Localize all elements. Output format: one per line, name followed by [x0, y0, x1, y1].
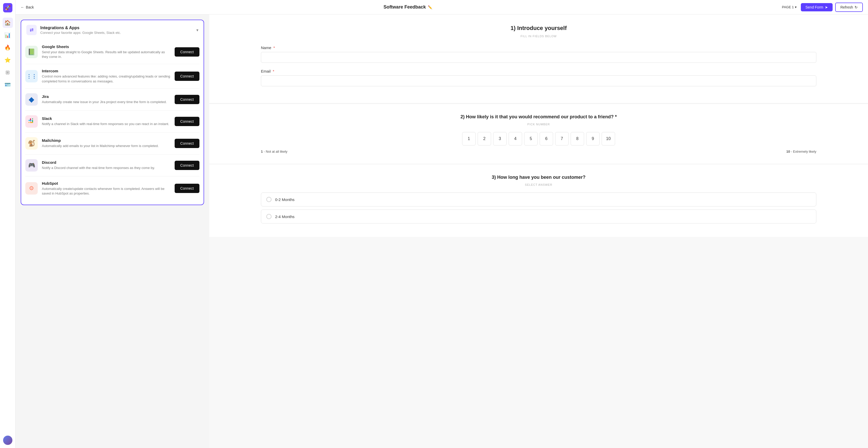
- nps-btn-8[interactable]: 8: [571, 132, 584, 146]
- intercom-logo: ⋮⋮: [25, 70, 38, 82]
- back-label: Back: [26, 5, 34, 9]
- nps-required-marker: *: [615, 114, 617, 119]
- slack-connect-button[interactable]: Connect: [175, 117, 199, 126]
- page-title: Software Feedback: [383, 4, 426, 10]
- slack-desc: Notify a channel in Slack with real-time…: [42, 122, 170, 126]
- integrations-card: ⇄ Integrations & Apps Connect your favor…: [21, 20, 204, 205]
- intercom-name: Intercom: [42, 69, 170, 73]
- nps-btn-10[interactable]: 10: [602, 132, 615, 146]
- intercom-info: Intercom Control more advanced features …: [42, 69, 170, 84]
- send-icon: ➤: [825, 5, 828, 9]
- nps-low-num: 1: [261, 150, 263, 153]
- hubspot-desc: Automatically create/update contacts whe…: [42, 186, 170, 196]
- nps-title-text: 2) How likely is it that you would recom…: [460, 114, 614, 119]
- integration-item-hubspot: ⚙ HubSpot Automatically create/update co…: [25, 176, 199, 201]
- duration-option-2-label: 2-4 Months: [275, 214, 294, 219]
- nps-btn-6[interactable]: 6: [540, 132, 553, 146]
- nps-labels: 1 - Not at all likely 10 - Extremely lik…: [261, 150, 816, 153]
- email-label-text: Email: [261, 69, 271, 73]
- google-sheets-desc: Send your data straight to Google Sheets…: [42, 50, 170, 59]
- back-button[interactable]: ← Back: [21, 5, 34, 9]
- duration-option-1-label: 0-2 Months: [275, 198, 294, 202]
- google-sheets-logo: 📗: [25, 46, 38, 58]
- duration-option-2[interactable]: 2-4 Months: [261, 210, 816, 223]
- nps-btn-4[interactable]: 4: [509, 132, 522, 146]
- mailchimp-name: Mailchimp: [42, 138, 170, 143]
- name-required-marker: *: [273, 46, 275, 50]
- nps-title: 2) How likely is it that you would recom…: [261, 114, 816, 120]
- panels: ⇄ Integrations & Apps Connect your favor…: [16, 14, 868, 448]
- sidebar-item-chart[interactable]: 📊: [3, 30, 13, 40]
- intercom-connect-button[interactable]: Connect: [175, 71, 199, 81]
- jira-connect-button[interactable]: Connect: [175, 95, 199, 104]
- slack-info: Slack Notify a channel in Slack with rea…: [42, 116, 170, 126]
- hubspot-name: HubSpot: [42, 181, 170, 185]
- section1-subtitle: FILL IN FIELDS BELOW: [261, 35, 816, 38]
- discord-info: Discord Notify a Discord channel with th…: [42, 160, 170, 170]
- app-logo[interactable]: 🚀: [3, 3, 12, 12]
- hubspot-connect-button[interactable]: Connect: [175, 184, 199, 193]
- google-sheets-connect-button[interactable]: Connect: [175, 47, 199, 57]
- sidebar-item-star[interactable]: ⭐: [3, 55, 13, 65]
- sidebar-item-home[interactable]: 🏠: [3, 18, 13, 28]
- nps-high-text: - Extremely likely: [791, 150, 816, 153]
- mailchimp-connect-button[interactable]: Connect: [175, 139, 199, 148]
- integrations-header-left: ⇄ Integrations & Apps Connect your favor…: [26, 25, 121, 35]
- slack-logo: [25, 115, 38, 128]
- duration-title: 3) How long have you been our customer?: [261, 175, 816, 180]
- svg-rect-5: [32, 118, 33, 119]
- nps-btn-9[interactable]: 9: [586, 132, 599, 146]
- refresh-button[interactable]: Refresh ↻: [835, 3, 863, 12]
- nps-section: 2) How likely is it that you would recom…: [209, 104, 868, 164]
- title-area: Software Feedback ✏️: [38, 4, 778, 10]
- nps-btn-2[interactable]: 2: [478, 132, 491, 146]
- discord-logo: 🎮: [25, 159, 38, 172]
- name-field: Name *: [261, 46, 816, 63]
- jira-logo: ◆: [25, 93, 38, 106]
- integration-item-slack: Slack Notify a channel in Slack with rea…: [25, 111, 199, 132]
- user-avatar[interactable]: [3, 436, 12, 445]
- sidebar-nav: 🚀 🏠 📊 🔥 ⭐ ⊞ 🪪: [0, 0, 16, 448]
- form-section-1: 1) Introduce yourself FILL IN FIELDS BEL…: [209, 14, 868, 103]
- page-selector[interactable]: PAGE 1 ▾: [782, 5, 797, 9]
- sidebar-item-fire[interactable]: 🔥: [3, 42, 13, 53]
- nps-btn-1[interactable]: 1: [462, 132, 475, 146]
- integrations-desc: Connect your favorite apps: Google Sheet…: [40, 31, 121, 35]
- email-input[interactable]: [261, 76, 816, 86]
- right-panel: 1) Introduce yourself FILL IN FIELDS BEL…: [209, 14, 868, 448]
- name-input[interactable]: [261, 52, 816, 63]
- integrations-header[interactable]: ⇄ Integrations & Apps Connect your favor…: [21, 20, 204, 40]
- hubspot-logo: ⚙: [25, 182, 38, 195]
- sidebar-item-card[interactable]: 🪪: [3, 80, 13, 90]
- mailchimp-info: Mailchimp Automatically add emails to yo…: [42, 138, 170, 148]
- integration-item-intercom: ⋮⋮ Intercom Control more advanced featur…: [25, 64, 199, 88]
- duration-option-1[interactable]: 0-2 Months: [261, 192, 816, 206]
- topbar-actions: Send Form ➤ Refresh ↻: [801, 3, 863, 12]
- edit-icon[interactable]: ✏️: [428, 5, 432, 9]
- nps-low-text: - Not at all likely: [264, 150, 287, 153]
- send-form-button[interactable]: Send Form ➤: [801, 3, 833, 11]
- email-field: Email *: [261, 69, 816, 86]
- discord-connect-button[interactable]: Connect: [175, 161, 199, 170]
- jira-name: Jira: [42, 94, 170, 99]
- hubspot-info: HubSpot Automatically create/update cont…: [42, 181, 170, 196]
- google-sheets-name: Google Sheets: [42, 44, 170, 49]
- integrations-chevron-icon[interactable]: ▾: [196, 28, 198, 33]
- nps-btn-5[interactable]: 5: [524, 132, 537, 146]
- radio-circle-1: [266, 197, 272, 202]
- integration-item-google-sheets: 📗 Google Sheets Send your data straight …: [25, 40, 199, 64]
- nps-btn-7[interactable]: 7: [555, 132, 568, 146]
- discord-name: Discord: [42, 160, 170, 165]
- integration-item-discord: 🎮 Discord Notify a Discord channel with …: [25, 154, 199, 176]
- integrations-list: 📗 Google Sheets Send your data straight …: [21, 40, 204, 205]
- nps-btn-3[interactable]: 3: [493, 132, 506, 146]
- section1-title: 1) Introduce yourself: [261, 25, 816, 32]
- chevron-down-icon: ▾: [795, 5, 797, 9]
- nps-subtitle: PICK NUMBER: [261, 123, 816, 126]
- jira-info: Jira Automatically create new issue in y…: [42, 94, 170, 104]
- main-content: ← Back Software Feedback ✏️ PAGE 1 ▾ Sen…: [16, 0, 868, 448]
- mailchimp-desc: Automatically add emails to your list in…: [42, 144, 170, 148]
- mailchimp-logo: 🐒: [25, 137, 38, 150]
- sidebar-item-grid[interactable]: ⊞: [3, 67, 13, 78]
- jira-desc: Automatically create new issue in your J…: [42, 100, 170, 104]
